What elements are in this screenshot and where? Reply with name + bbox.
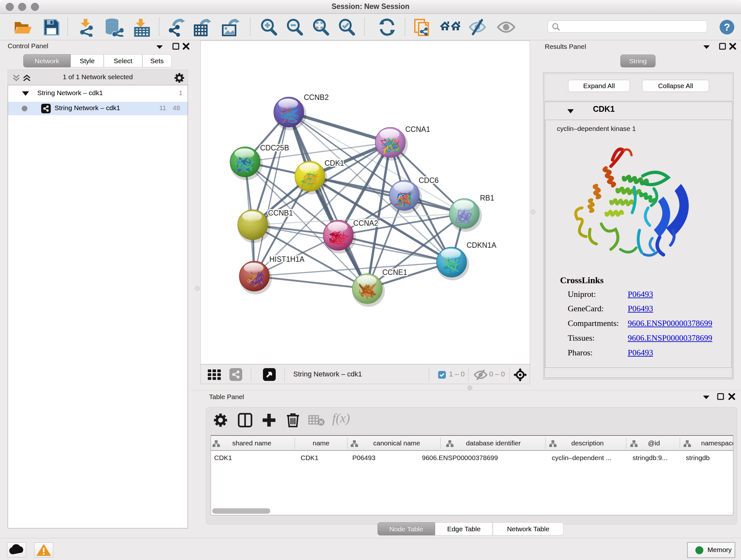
svg-text:CCNA2: CCNA2 xyxy=(353,219,378,227)
svg-text:CCNE1: CCNE1 xyxy=(382,268,407,276)
svg-text:CDC6: CDC6 xyxy=(419,176,439,185)
svg-text:CDKN1A: CDKN1A xyxy=(467,241,496,249)
svg-text:CDC25B: CDC25B xyxy=(260,144,289,152)
svg-text:CCNB2: CCNB2 xyxy=(304,93,329,102)
svg-text:HIST1H1A: HIST1H1A xyxy=(269,255,305,263)
svg-text:?: ? xyxy=(724,21,730,33)
svg-text:CCNA1: CCNA1 xyxy=(405,125,430,133)
svg-text:CCNB1: CCNB1 xyxy=(268,209,293,217)
svg-text:RB1: RB1 xyxy=(480,194,494,202)
svg-text:CDK1: CDK1 xyxy=(325,159,344,167)
